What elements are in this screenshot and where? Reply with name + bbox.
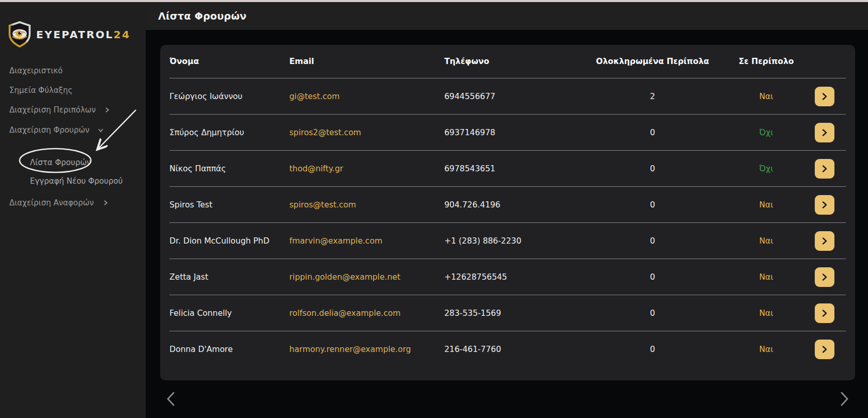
- guard-phone: 904.726.4196: [444, 200, 567, 210]
- pagination-prev-button[interactable]: [164, 391, 178, 407]
- sidebar-item-admin[interactable]: Διαχειριστικό: [9, 66, 63, 76]
- guard-email-link[interactable]: rolfson.delia@example.com: [289, 309, 444, 318]
- chevron-right-icon: [838, 391, 851, 407]
- guard-phone: 283-535-1569: [444, 309, 567, 318]
- column-header-name: Όνομα: [169, 57, 289, 66]
- page-title: Λίστα Φρουρών: [146, 10, 246, 22]
- guard-details-button[interactable]: [815, 340, 834, 359]
- sidebar-item-label: Σημεία Φύλαξης: [9, 85, 72, 95]
- guard-on-patrol-status: Ναι: [738, 309, 795, 318]
- pagination-next-button[interactable]: [838, 391, 851, 407]
- guard-name: Dr. Dion McCullough PhD: [169, 236, 289, 246]
- guard-completed-patrols: 2: [567, 92, 738, 101]
- table-body: Γεώργιος Ιωάννου gi@test.com 6944556677 …: [169, 78, 846, 367]
- guard-on-patrol-status: Ναι: [738, 236, 795, 246]
- shield-eye-icon: [7, 21, 32, 49]
- table-row: Zetta Jast rippin.golden@example.net +12…: [169, 259, 846, 295]
- column-header-phone: Τηλέφωνο: [444, 57, 567, 66]
- guard-completed-patrols: 0: [567, 128, 738, 137]
- window-top-edge: [0, 0, 868, 2]
- column-header-on-patrol: Σε Περίπολο: [738, 57, 795, 66]
- sidebar-item-label: Εγγραφή Νέου Φρουρού: [30, 176, 122, 186]
- guard-on-patrol-status: Ναι: [738, 272, 795, 282]
- table-header-row: Όνομα Email Τηλέφωνο Ολοκληρωμένα Περίπο…: [169, 45, 846, 78]
- table-row: Γεώργιος Ιωάννου gi@test.com 6944556677 …: [169, 78, 846, 115]
- guard-phone: 6978543651: [444, 164, 567, 173]
- sidebar-item-guard-management[interactable]: Διαχείριση Φρουρών: [9, 125, 104, 135]
- sidebar-item-guard-list[interactable]: Λίστα Φρουρών: [30, 157, 91, 168]
- sidebar-item-patrol-management[interactable]: Διαχείριση Περιπόλων: [9, 105, 110, 115]
- sidebar-item-label: Διαχειριστικό: [9, 66, 63, 76]
- guard-completed-patrols: 0: [567, 345, 738, 354]
- guard-on-patrol-status: Όχι: [738, 164, 795, 173]
- guard-on-patrol-status: Ναι: [738, 345, 795, 354]
- table-row: Donna D'Amore harmony.renner@example.org…: [169, 331, 846, 367]
- guard-name: Νίκος Παππάς: [169, 164, 289, 173]
- guard-phone: 6937146978: [444, 128, 567, 137]
- chevron-right-icon: [820, 201, 829, 209]
- guard-completed-patrols: 0: [567, 236, 738, 246]
- chevron-right-icon: [820, 237, 829, 245]
- guard-email-link[interactable]: gi@test.com: [289, 92, 444, 101]
- sidebar: EYEPATROL24 Διαχειριστικό Σημεία Φύλαξης…: [0, 2, 146, 418]
- column-header-completed-patrols: Ολοκληρωμένα Περίπολα: [567, 57, 738, 66]
- table-row: Spiros Test spiros@test.com 904.726.4196…: [169, 187, 846, 223]
- guard-on-patrol-status: Ναι: [738, 92, 795, 101]
- chevron-right-icon: [820, 92, 829, 101]
- guard-completed-patrols: 0: [567, 164, 738, 173]
- sidebar-item-label: Λίστα Φρουρών: [30, 157, 91, 168]
- guard-name: Γεώργιος Ιωάννου: [169, 92, 289, 101]
- column-header-email: Email: [289, 57, 444, 66]
- pagination: [160, 386, 855, 412]
- guard-name: Σπύρος Δημητρίου: [169, 128, 289, 137]
- guard-details-button[interactable]: [815, 87, 834, 106]
- table-row: Σπύρος Δημητρίου spiros2@test.com 693714…: [169, 115, 846, 151]
- brand-logo: EYEPATROL24: [7, 21, 131, 49]
- chevron-right-icon: [102, 200, 109, 206]
- table-row: Felicia Connelly rolfson.delia@example.c…: [169, 295, 846, 331]
- guard-details-button[interactable]: [815, 267, 834, 287]
- guard-email-link[interactable]: rippin.golden@example.net: [289, 272, 444, 282]
- chevron-right-icon: [820, 165, 829, 173]
- guard-details-button[interactable]: [815, 123, 834, 142]
- guard-details-button[interactable]: [815, 159, 834, 179]
- guard-email-link[interactable]: spiros@test.com: [289, 200, 444, 210]
- guard-on-patrol-status: Ναι: [738, 200, 795, 210]
- guard-completed-patrols: 0: [567, 272, 738, 282]
- guard-on-patrol-status: Όχι: [738, 128, 795, 137]
- chevron-right-icon: [820, 273, 829, 281]
- chevron-left-icon: [164, 391, 178, 407]
- table-row: Dr. Dion McCullough PhD fmarvin@example.…: [169, 223, 846, 259]
- brand-accent: 24: [114, 28, 131, 41]
- guard-email-link[interactable]: fmarvin@example.com: [289, 236, 444, 246]
- brand-wordmark: EYEPATROL24: [36, 28, 131, 41]
- chevron-right-icon: [104, 107, 110, 113]
- guard-email-link[interactable]: spiros2@test.com: [289, 128, 444, 137]
- guard-phone: +1 (283) 886-2230: [444, 236, 567, 246]
- guard-name: Donna D'Amore: [169, 345, 289, 354]
- sidebar-item-label: Διαχείριση Περιπόλων: [9, 105, 96, 115]
- guard-phone: +12628756545: [444, 272, 567, 282]
- guard-email-link[interactable]: harmony.renner@example.org: [289, 345, 444, 354]
- chevron-right-icon: [820, 309, 829, 317]
- guard-completed-patrols: 0: [567, 309, 738, 318]
- guard-completed-patrols: 0: [567, 200, 738, 210]
- sidebar-item-report-management[interactable]: Διαχείριση Αναφορών: [9, 198, 109, 208]
- chevron-right-icon: [820, 128, 829, 137]
- table-row: Νίκος Παππάς thod@nifty.gr 6978543651 0 …: [169, 151, 846, 187]
- brand-name: EYEPATROL: [36, 28, 114, 41]
- sidebar-item-guard-points[interactable]: Σημεία Φύλαξης: [9, 85, 72, 95]
- page-header: Λίστα Φρουρών: [146, 2, 868, 30]
- sidebar-item-new-guard[interactable]: Εγγραφή Νέου Φρουρού: [30, 176, 122, 186]
- guard-details-button[interactable]: [815, 195, 834, 215]
- guard-phone: 6944556677: [444, 92, 567, 101]
- guard-phone: 216-461-7760: [444, 345, 567, 354]
- chevron-down-icon: [98, 127, 104, 133]
- guard-email-link[interactable]: thod@nifty.gr: [289, 164, 444, 173]
- chevron-right-icon: [820, 345, 829, 353]
- guard-details-button[interactable]: [815, 231, 834, 251]
- guard-name: Zetta Jast: [169, 272, 289, 282]
- guard-name: Spiros Test: [169, 200, 289, 210]
- guard-details-button[interactable]: [815, 303, 834, 323]
- guards-table-panel: Όνομα Email Τηλέφωνο Ολοκληρωμένα Περίπο…: [160, 45, 855, 380]
